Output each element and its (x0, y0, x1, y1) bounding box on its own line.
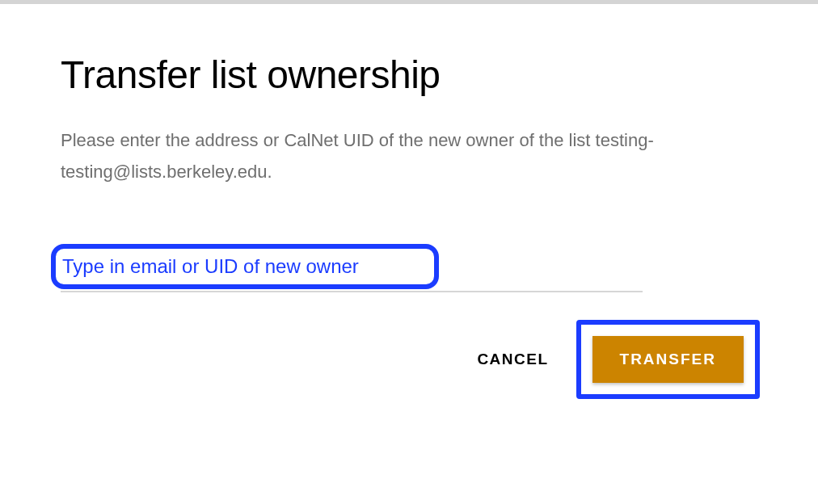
owner-input-highlight (51, 244, 439, 289)
transfer-button[interactable]: TRANSFER (592, 336, 744, 383)
cancel-button[interactable]: CANCEL (472, 339, 553, 380)
dialog-title: Transfer list ownership (61, 52, 757, 97)
transfer-button-highlight: TRANSFER (576, 320, 760, 399)
dialog-description: Please enter the address or CalNet UID o… (61, 125, 699, 187)
transfer-ownership-dialog: Transfer list ownership Please enter the… (0, 4, 818, 399)
input-underline (61, 291, 643, 292)
owner-input[interactable] (62, 255, 418, 278)
dialog-actions: CANCEL TRANSFER (61, 320, 760, 399)
